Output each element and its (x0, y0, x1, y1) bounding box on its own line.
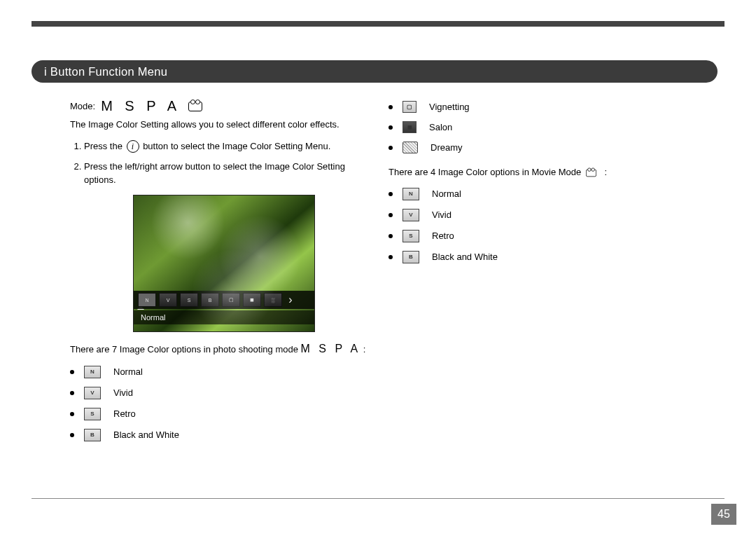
bullet-icon (388, 146, 393, 150)
color-option-strip: N V S B ▢ ◼ ░ › (134, 291, 314, 309)
section-title: i Button Function Menu (44, 65, 167, 78)
photo-options-continued: ▢Vignetting ◼Salon Dreamy (388, 101, 686, 153)
option-label: Vivid (432, 209, 451, 220)
right-column: ▢Vignetting ◼Salon Dreamy There are 4 Im… (368, 98, 686, 450)
step-1: Press the i button to select the Image C… (84, 140, 368, 153)
strip-next-arrow-icon: › (285, 294, 296, 306)
option-label: Black and White (113, 429, 179, 440)
content-columns: Mode: M S P A The Image Color Setting al… (70, 98, 686, 450)
bullet-icon (388, 192, 393, 196)
bullet-icon (388, 105, 393, 109)
option-icon: S (84, 408, 101, 420)
option-icon: ◼ (402, 121, 416, 133)
option-row: SRetro (70, 408, 368, 420)
option-row: BBlack and White (388, 251, 686, 263)
option-icon: S (402, 230, 419, 242)
option-icon: B (402, 251, 419, 263)
option-label: Retro (432, 231, 454, 241)
bullet-icon (70, 391, 74, 395)
option-icon: N (84, 366, 101, 378)
preview-label-bar: Normal (134, 310, 314, 324)
top-band (31, 21, 724, 27)
section-header-row: i Button Function Menu (31, 60, 724, 83)
option-label: Normal (113, 366, 143, 377)
option-label: Black and White (432, 252, 498, 262)
strip-option: ◼ (243, 293, 261, 307)
strip-option: B (201, 293, 219, 307)
movie-options-list: NNormal VVivid SRetro BBlack and White (388, 188, 686, 263)
option-row: VVivid (70, 387, 368, 399)
bullet-icon (70, 370, 74, 374)
intro-text: The Image Color Setting allows you to se… (70, 118, 368, 132)
page-number: 45 (711, 504, 736, 525)
option-icon: V (84, 387, 101, 399)
strip-option: N (138, 293, 156, 307)
option-icon (402, 142, 418, 153)
mode-icons-small: M S P A (301, 343, 361, 355)
option-row: NNormal (70, 366, 368, 378)
option-icon: B (84, 429, 101, 441)
selection-arrow-icon (137, 305, 144, 310)
bullet-icon (70, 433, 74, 437)
bullet-icon (388, 125, 393, 130)
section-header-pill: i Button Function Menu (31, 60, 718, 83)
step-2: Press the left/right arrow button to sel… (84, 160, 368, 187)
mode-label: Mode: (70, 101, 95, 111)
i-button-icon: i (127, 140, 139, 153)
movie-options-intro: There are 4 Image Color options in Movie… (388, 166, 686, 179)
left-column: Mode: M S P A The Image Color Setting al… (70, 98, 368, 450)
option-icon: ▢ (402, 101, 416, 113)
strip-option: ▢ (222, 293, 240, 307)
camera-preview: N V S B ▢ ◼ ░ › Normal (133, 195, 315, 332)
manual-page: i Button Function Menu Mode: M S P A The… (0, 0, 756, 550)
mode-line: Mode: M S P A (70, 98, 368, 114)
option-row: NNormal (388, 188, 686, 200)
option-label: Dreamy (430, 142, 463, 153)
strip-option: S (180, 293, 198, 307)
bottom-rule (31, 498, 724, 499)
photo-options-intro: There are 7 Image Color options in photo… (70, 341, 368, 357)
option-icon: N (402, 188, 419, 200)
option-row: SRetro (388, 230, 686, 242)
steps-list: Press the i button to select the Image C… (70, 140, 368, 187)
option-row: BBlack and White (70, 429, 368, 441)
mode-icons: M S P A (101, 98, 181, 114)
option-icon: V (402, 209, 419, 221)
movie-icon (188, 102, 202, 111)
option-label: Vignetting (429, 102, 470, 112)
option-label: Normal (432, 188, 461, 199)
bullet-icon (70, 412, 74, 416)
option-row: ◼Salon (388, 121, 686, 133)
strip-option: ░ (264, 293, 282, 307)
bullet-icon (388, 234, 393, 238)
option-row: VVivid (388, 209, 686, 221)
photo-options-list: NNormal VVivid SRetro BBlack and White (70, 366, 368, 441)
option-label: Salon (429, 122, 452, 132)
option-row: ▢Vignetting (388, 101, 686, 113)
bullet-icon (388, 213, 393, 217)
option-label: Vivid (113, 387, 133, 398)
movie-icon (586, 169, 596, 177)
option-row: Dreamy (388, 142, 686, 153)
preview-label: Normal (141, 313, 165, 322)
bullet-icon (388, 255, 393, 259)
strip-option: V (159, 293, 177, 307)
option-label: Retro (113, 408, 136, 419)
